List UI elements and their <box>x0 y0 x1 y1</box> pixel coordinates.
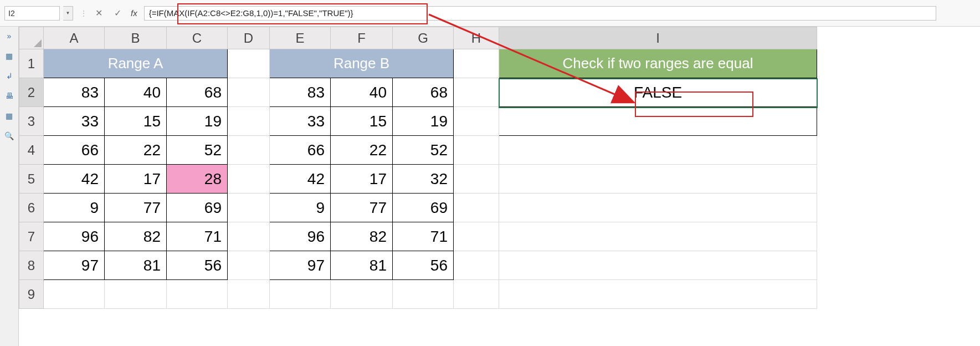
cell-H3[interactable] <box>454 107 499 136</box>
row-header-1[interactable]: 1 <box>19 49 44 78</box>
cell-C9[interactable] <box>167 280 228 309</box>
row-header-9[interactable]: 9 <box>19 280 44 309</box>
cell-A6[interactable]: 9 <box>44 194 105 222</box>
cell-A9[interactable] <box>44 280 105 309</box>
cell-I5[interactable] <box>499 165 817 194</box>
cell-H9[interactable] <box>454 280 499 309</box>
cell-C5[interactable]: 28 <box>167 165 228 194</box>
range-b-header[interactable]: Range B <box>270 49 454 78</box>
print-icon[interactable]: 🖶 <box>4 91 15 101</box>
row-header-2[interactable]: 2 <box>19 78 44 107</box>
row-header-4[interactable]: 4 <box>19 136 44 165</box>
cell-H1[interactable] <box>454 49 499 78</box>
cell-G4[interactable]: 52 <box>393 136 454 165</box>
spreadsheet-grid[interactable]: A B C D E F G H I 1 Range A Range B Chec… <box>19 27 980 346</box>
cell-E7[interactable]: 96 <box>270 222 331 251</box>
cell-B9[interactable] <box>105 280 167 309</box>
cell-E8[interactable]: 97 <box>270 251 331 280</box>
col-header-A[interactable]: A <box>44 27 105 49</box>
row-header-7[interactable]: 7 <box>19 222 44 251</box>
col-header-F[interactable]: F <box>331 27 393 49</box>
cell-I8[interactable] <box>499 251 817 280</box>
cell-C8[interactable]: 56 <box>167 251 228 280</box>
cell-C4[interactable]: 52 <box>167 136 228 165</box>
cell-D5[interactable] <box>228 165 270 194</box>
row-header-3[interactable]: 3 <box>19 107 44 136</box>
cell-G7[interactable]: 71 <box>393 222 454 251</box>
cell-B4[interactable]: 22 <box>105 136 167 165</box>
col-header-H[interactable]: H <box>454 27 499 49</box>
cell-G6[interactable]: 69 <box>393 194 454 222</box>
cell-A5[interactable]: 42 <box>44 165 105 194</box>
fx-icon[interactable]: fx <box>131 8 137 18</box>
cell-E3[interactable]: 33 <box>270 107 331 136</box>
cell-I7[interactable] <box>499 222 817 251</box>
cell-F4[interactable]: 22 <box>331 136 393 165</box>
cell-I3[interactable] <box>499 107 817 136</box>
cell-I2[interactable]: FALSE <box>499 78 817 107</box>
cell-F6[interactable]: 77 <box>331 194 393 222</box>
cell-G9[interactable] <box>393 280 454 309</box>
cell-A4[interactable]: 66 <box>44 136 105 165</box>
cell-G2[interactable]: 68 <box>393 78 454 107</box>
cell-D2[interactable] <box>228 78 270 107</box>
cell-D4[interactable] <box>228 136 270 165</box>
cell-G8[interactable]: 56 <box>393 251 454 280</box>
cell-F3[interactable]: 15 <box>331 107 393 136</box>
cell-H5[interactable] <box>454 165 499 194</box>
row-header-8[interactable]: 8 <box>19 251 44 280</box>
col-header-B[interactable]: B <box>105 27 167 49</box>
cell-H4[interactable] <box>454 136 499 165</box>
cell-B5[interactable]: 17 <box>105 165 167 194</box>
cell-E6[interactable]: 9 <box>270 194 331 222</box>
cell-G3[interactable]: 19 <box>393 107 454 136</box>
cell-C7[interactable]: 71 <box>167 222 228 251</box>
cell-E5[interactable]: 42 <box>270 165 331 194</box>
accept-formula-button[interactable]: ✓ <box>110 6 125 21</box>
cell-B6[interactable]: 77 <box>105 194 167 222</box>
cell-G5[interactable]: 32 <box>393 165 454 194</box>
return-icon[interactable]: ↲ <box>4 71 15 81</box>
col-header-C[interactable]: C <box>167 27 228 49</box>
cell-A8[interactable]: 97 <box>44 251 105 280</box>
cell-I6[interactable] <box>499 194 817 222</box>
cell-E4[interactable]: 66 <box>270 136 331 165</box>
cell-B7[interactable]: 82 <box>105 222 167 251</box>
find-icon[interactable]: 🔍 <box>4 131 15 141</box>
cell-D6[interactable] <box>228 194 270 222</box>
cell-A3[interactable]: 33 <box>44 107 105 136</box>
grid-icon[interactable]: ▦ <box>4 51 15 61</box>
name-box[interactable]: I2 <box>4 6 60 21</box>
cell-D3[interactable] <box>228 107 270 136</box>
cell-C6[interactable]: 69 <box>167 194 228 222</box>
name-box-dropdown[interactable]: ▼ <box>63 6 73 21</box>
table-icon[interactable]: ▦ <box>4 111 15 121</box>
cell-H6[interactable] <box>454 194 499 222</box>
cell-F9[interactable] <box>331 280 393 309</box>
cell-A2[interactable]: 83 <box>44 78 105 107</box>
cell-F7[interactable]: 82 <box>331 222 393 251</box>
cell-H7[interactable] <box>454 222 499 251</box>
check-header[interactable]: Check if two ranges are equal <box>499 49 817 78</box>
col-header-E[interactable]: E <box>270 27 331 49</box>
cell-C2[interactable]: 68 <box>167 78 228 107</box>
cell-D9[interactable] <box>228 280 270 309</box>
cell-D7[interactable] <box>228 222 270 251</box>
cell-E2[interactable]: 83 <box>270 78 331 107</box>
cell-D8[interactable] <box>228 251 270 280</box>
cancel-formula-button[interactable]: ✕ <box>91 6 106 21</box>
cell-F8[interactable]: 81 <box>331 251 393 280</box>
cell-H8[interactable] <box>454 251 499 280</box>
expand-panel-icon[interactable]: » <box>4 31 15 41</box>
row-header-5[interactable]: 5 <box>19 165 44 194</box>
cell-F5[interactable]: 17 <box>331 165 393 194</box>
cell-B8[interactable]: 81 <box>105 251 167 280</box>
cell-F2[interactable]: 40 <box>331 78 393 107</box>
cell-D1[interactable] <box>228 49 270 78</box>
col-header-D[interactable]: D <box>228 27 270 49</box>
cell-I4[interactable] <box>499 136 817 165</box>
cell-E9[interactable] <box>270 280 331 309</box>
cell-A7[interactable]: 96 <box>44 222 105 251</box>
select-all-corner[interactable] <box>19 27 44 49</box>
cell-H2[interactable] <box>454 78 499 107</box>
